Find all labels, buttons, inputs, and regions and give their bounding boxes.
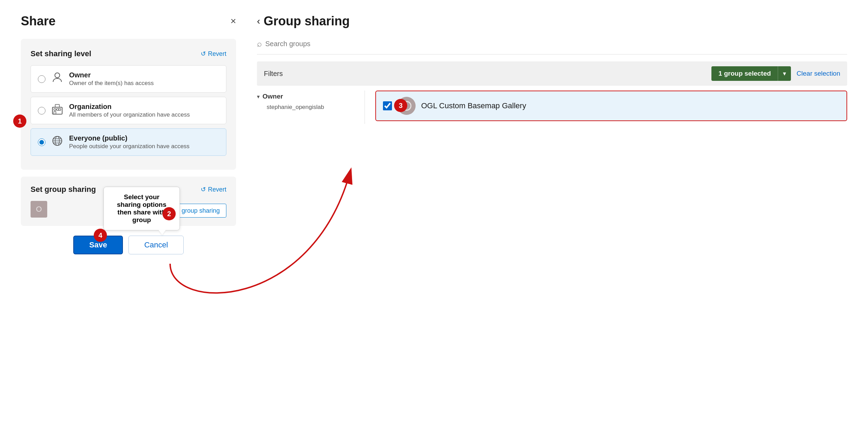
group-icon-box: O	[31, 201, 47, 218]
revert-group-icon: ↺	[201, 186, 206, 193]
organization-icon	[51, 104, 64, 117]
close-button[interactable]: ×	[231, 16, 236, 26]
revert-sharing-button[interactable]: ↺ Revert	[201, 50, 226, 58]
sharing-level-label: Set sharing level	[31, 49, 91, 58]
option-owner[interactable]: Owner Owner of the item(s) has access	[31, 65, 226, 93]
owner-desc: Owner of the item(s) has access	[69, 80, 154, 87]
everyone-desc: People outside your organization have ac…	[69, 143, 190, 150]
group-item[interactable]: OGL Custom Basemap Gallery	[375, 91, 847, 121]
radio-organization[interactable]	[38, 107, 45, 115]
revert-icon: ↺	[201, 50, 206, 58]
step-badge-2: 2	[162, 207, 176, 220]
back-arrow[interactable]: ‹	[257, 16, 260, 27]
svg-rect-3	[57, 109, 59, 110]
step-badge-1: 1	[13, 115, 26, 128]
svg-rect-4	[55, 104, 59, 107]
action-row: 4 Save Cancel	[21, 236, 236, 254]
svg-rect-0	[55, 73, 60, 78]
chevron-down-icon: ▾	[257, 93, 260, 100]
option-organization[interactable]: Organization All members of your organiz…	[31, 97, 226, 124]
svg-rect-5	[54, 111, 56, 114]
filter-column: ▾ Owner stephanie_opengislab	[257, 91, 354, 124]
radio-owner[interactable]	[38, 75, 45, 83]
selected-count-button[interactable]: 1 group selected	[711, 66, 778, 81]
option-everyone[interactable]: Everyone (public) People outside your or…	[31, 128, 226, 156]
selected-group-button-wrapper: 1 group selected ▾	[711, 66, 791, 81]
panel-title: Share	[21, 14, 56, 28]
clear-selection-button[interactable]: Clear selection	[796, 70, 840, 77]
vertical-divider	[365, 91, 365, 124]
search-row: ⌕	[257, 39, 847, 54]
cancel-button[interactable]: Cancel	[128, 236, 183, 254]
owner-title: Owner	[69, 71, 154, 79]
owner-name: stephanie_opengislab	[267, 102, 354, 112]
group-item-name: OGL Custom Basemap Gallery	[421, 101, 526, 110]
everyone-title: Everyone (public)	[69, 134, 190, 142]
right-title: Group sharing	[264, 14, 350, 28]
filters-bar: Filters 1 group selected ▾ Clear selecti…	[257, 61, 847, 86]
selected-dropdown-button[interactable]: ▾	[778, 66, 791, 81]
owner-row[interactable]: ▾ Owner	[257, 91, 354, 102]
groups-column: 3 OGL Custom Basemap Gallery	[375, 91, 847, 124]
everyone-icon	[51, 135, 64, 149]
organization-desc: All members of your organization have ac…	[69, 111, 190, 118]
svg-rect-2	[54, 109, 56, 110]
step-badge-4: 4	[94, 229, 107, 242]
right-content: ▾ Owner stephanie_opengislab 3	[257, 91, 847, 124]
owner-section: ▾ Owner stephanie_opengislab	[257, 91, 354, 112]
group-sharing-label: Set group sharing	[31, 185, 96, 194]
svg-rect-6	[59, 109, 61, 110]
step-badge-3: 3	[394, 99, 407, 112]
filters-label: Filters	[264, 70, 283, 78]
search-input[interactable]	[265, 40, 847, 48]
organization-title: Organization	[69, 103, 190, 111]
revert-group-button[interactable]: ↺ Revert	[201, 186, 226, 193]
radio-everyone[interactable]	[38, 138, 45, 146]
group-checkbox[interactable]	[383, 101, 392, 110]
right-panel: ‹ Group sharing ⌕ Filters 1 group select…	[257, 14, 847, 409]
sharing-level-box: Set sharing level ↺ Revert Owner Own	[21, 39, 236, 170]
owner-icon	[51, 72, 64, 86]
search-icon: ⌕	[257, 39, 262, 49]
